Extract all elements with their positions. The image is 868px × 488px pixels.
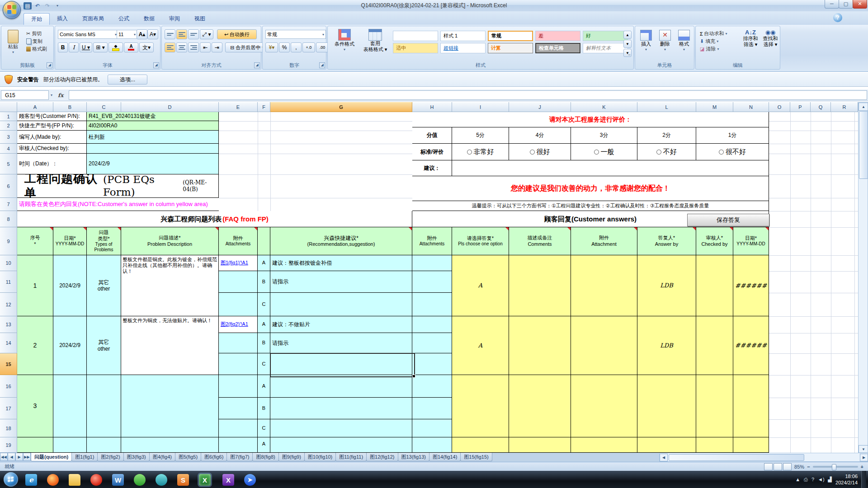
percent-button[interactable]: % (279, 42, 290, 52)
cell-q3-no[interactable]: 3 (17, 375, 53, 437)
cell-q4-date2[interactable] (733, 437, 769, 453)
cell-q1-date2[interactable]: ###### (733, 255, 769, 316)
font-dialog-launcher[interactable]: ◢ (153, 62, 159, 68)
col-B[interactable]: B (53, 102, 87, 112)
insert-cells-button[interactable]: 插入▾ (637, 30, 655, 52)
style-bad[interactable]: 差 (535, 31, 580, 41)
gallery-down-icon[interactable]: ▼ (623, 40, 632, 48)
zoom-in-icon[interactable]: + (861, 464, 863, 469)
header-type[interactable]: 问题类型*Types ofProblems (87, 227, 121, 255)
cell-customer-pn[interactable]: R41_EVB_20240131镀硬金 (87, 112, 219, 121)
header-checked-by[interactable]: 审核人*Checked by (696, 227, 733, 255)
header-choose-answer[interactable]: 请选择答复*Pls choose one option (452, 227, 509, 255)
col-Q[interactable]: Q (811, 102, 831, 112)
cell-q1-attachment-link[interactable]: 图1(fig1)'!A1 (219, 255, 258, 271)
header-letter-col[interactable] (258, 227, 270, 255)
align-right-icon[interactable] (188, 42, 199, 52)
sheet-tab[interactable]: 图5(fig5) (175, 453, 201, 461)
row-5[interactable]: 5 (0, 154, 17, 174)
sheet-tab[interactable]: 图7(fig7) (226, 453, 253, 461)
cell-q3-rowA-letter[interactable]: A (258, 375, 270, 398)
page-layout-view-icon[interactable] (774, 463, 782, 470)
header-suggestion[interactable]: 兴森快捷建议*(Recommendation,suggestion) (270, 227, 412, 255)
cell-q3-att3[interactable] (571, 375, 637, 437)
horizontal-scrollbar[interactable]: ◀ ▶ (659, 453, 868, 462)
tab-view[interactable]: 视图 (187, 13, 212, 25)
vertical-scrollbar[interactable]: ▲ ▼ (858, 102, 868, 453)
show-desktop-button[interactable] (861, 471, 866, 488)
format-painter-button[interactable]: 格式刷 (25, 45, 48, 53)
sheet-tab[interactable]: 图3(fig3) (123, 453, 150, 461)
rating-verygood-cell[interactable]: 很好 (509, 144, 571, 160)
taskbar-app-teal-icon[interactable] (156, 474, 167, 486)
zoom-slider[interactable] (813, 466, 858, 468)
tab-formulas[interactable]: 公式 (111, 13, 137, 25)
sheet-tab[interactable]: 图1(fig1) (71, 453, 98, 461)
slogan-cell[interactable]: 您的建议是我们改善的动力，非常感谢您的配合！ (412, 176, 769, 201)
cell-q1-att3[interactable] (571, 255, 637, 316)
score-4-cell[interactable]: 4分 (509, 127, 571, 144)
number-dialog-launcher[interactable]: ◢ (319, 62, 325, 68)
score-1-cell[interactable]: 1分 (696, 127, 769, 144)
row-1[interactable]: 1 (0, 112, 17, 121)
cell-q3-att-B[interactable] (219, 398, 258, 419)
office-button[interactable] (3, 1, 21, 19)
tab-last-icon[interactable]: ▶▶ (23, 453, 31, 461)
grow-font-button[interactable]: A▴ (137, 29, 147, 39)
font-name-select[interactable]: Comic Sans MS▾ (58, 30, 118, 39)
score-2-cell[interactable]: 2分 (637, 127, 696, 144)
rating-excellent-cell[interactable]: 非常好 (452, 144, 509, 160)
header-attachment-1[interactable]: 附件Attachments (219, 227, 258, 255)
active-cell-border[interactable] (270, 353, 415, 377)
cell-q2-att2-C[interactable] (412, 353, 452, 375)
cell-q3-date[interactable] (53, 375, 87, 437)
cell-q1-no[interactable]: 1 (17, 255, 53, 316)
cell-q1-date[interactable]: 2024/2/9 (53, 255, 87, 316)
horizontal-scroll-thumb[interactable] (669, 454, 804, 461)
tab-insert[interactable]: 插入 (50, 13, 75, 25)
cell-checked-by[interactable] (87, 144, 219, 154)
redo-icon[interactable]: ↷ (43, 2, 52, 9)
align-center-icon[interactable] (176, 42, 187, 52)
currency-button[interactable]: ¥ ▾ (265, 42, 278, 52)
cell-q1-rowA-letter[interactable]: A (258, 255, 270, 271)
tab-page-layout[interactable]: 页面布局 (75, 13, 111, 25)
cell-q4-rowA-letter[interactable]: A (258, 437, 270, 453)
cell-q1-answer[interactable]: A (452, 255, 509, 316)
find-select-button[interactable]: ◉◉ 查找和选择 ▾ (761, 29, 780, 47)
italic-button[interactable]: I (69, 42, 79, 52)
taskbar-app-purple-icon[interactable]: X (222, 474, 234, 486)
doc-title-cell[interactable]: 工程问题确认单(PCB EQs Form)(QR-ME-04(B) (17, 174, 219, 198)
cell-q4-att3[interactable] (571, 437, 637, 453)
align-top-icon[interactable] (165, 29, 175, 39)
col-F[interactable]: F (258, 102, 270, 112)
zoom-slider-thumb[interactable] (832, 464, 836, 470)
score-5-cell[interactable]: 5分 (452, 127, 509, 144)
col-G-selected[interactable]: G (270, 102, 412, 112)
cell-q3-att2-A[interactable] (412, 375, 452, 398)
sheet-tab[interactable]: 图6(fig6) (201, 453, 227, 461)
header-comments[interactable]: 描述或备注Comments (509, 227, 571, 255)
cell-made-by[interactable]: 杜列新 (87, 131, 219, 144)
bold-button[interactable]: B (58, 42, 68, 52)
sheet-tab[interactable]: 图14(fig14) (429, 453, 461, 461)
fill-button[interactable]: ⬇ 填充 ▾ (698, 38, 729, 45)
zoom-level[interactable]: 85% (794, 464, 804, 469)
row-8[interactable]: 8 (0, 211, 17, 227)
col-E[interactable]: E (219, 102, 258, 112)
cell-q2-answer[interactable]: A (452, 316, 509, 375)
cell-q1-suggestion-A[interactable]: 建议：整板都按镀金补偿 (270, 255, 412, 271)
format-as-table-button[interactable]: 套用表格格式 ▾ (360, 29, 390, 52)
cell-q1-comment[interactable] (509, 255, 571, 316)
style-blank[interactable] (393, 31, 438, 41)
cell-q2-att2-A[interactable] (412, 316, 452, 333)
cell-q2-att-B[interactable] (219, 333, 258, 353)
cell-q2-comment[interactable] (509, 316, 571, 375)
cell-q4-desc[interactable] (121, 437, 219, 453)
col-P[interactable]: P (790, 102, 811, 112)
fill-handle[interactable] (412, 375, 415, 378)
security-options-button[interactable]: 选项... (108, 75, 147, 84)
cell-q1-rowC-letter[interactable]: C (258, 293, 270, 316)
sheet-tab[interactable]: 图2(fig2) (97, 453, 123, 461)
style-check-cell[interactable]: 检查单元格 (535, 43, 580, 53)
